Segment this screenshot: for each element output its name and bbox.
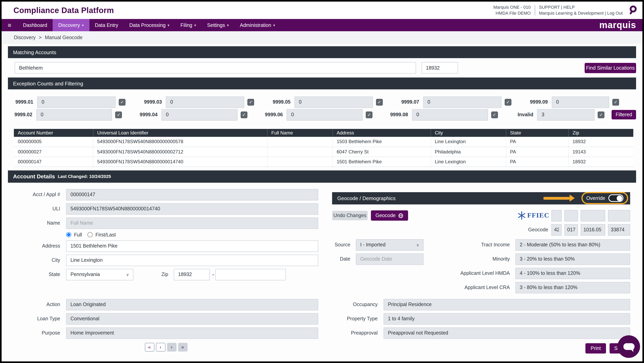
header-divider	[534, 5, 535, 15]
nav-item-discovery[interactable]: Discovery ▾	[53, 19, 89, 31]
table-row[interactable]: 000000147 5493000FN178SW540N880000001474…	[14, 157, 633, 166]
breadcrumb-page: Manual Geocode	[45, 35, 82, 40]
zip-input[interactable]	[174, 269, 210, 280]
exception-checkbox[interactable]: ✓	[241, 111, 248, 118]
invalid-checkbox[interactable]: ✓	[598, 111, 604, 118]
nav-item-dashboard[interactable]: Dashboard	[18, 19, 53, 31]
filtered-button[interactable]: Filtered	[612, 110, 636, 119]
table-row[interactable]: 000000027 5493000FN178SW540N880000000271…	[14, 147, 633, 157]
state-select[interactable]: Pennsylvania ∨	[66, 269, 134, 280]
exception-label: 9999.06	[258, 112, 283, 117]
address-input[interactable]	[66, 240, 318, 252]
last-record-button[interactable]: »	[178, 343, 188, 351]
exception-label: 9999.02	[8, 112, 32, 117]
match-city-input[interactable]	[15, 62, 416, 73]
action-label: Action	[14, 302, 60, 307]
exception-checkbox[interactable]: ✓	[116, 111, 122, 118]
occupancy-input	[384, 299, 630, 310]
city-input[interactable]	[66, 255, 318, 266]
exception-checkbox[interactable]: ✓	[366, 111, 372, 118]
address-label: Address	[14, 243, 60, 249]
geocode-tract-input	[581, 224, 605, 236]
breadcrumb-section[interactable]: Discovery	[14, 35, 36, 40]
exception-label: 9999.01	[8, 99, 33, 105]
full-name-radio[interactable]	[66, 232, 71, 237]
file-name: HMDA File DEMO	[494, 10, 530, 16]
search-icon[interactable]	[626, 4, 638, 16]
full-radio-label: Full	[74, 232, 82, 237]
nav-item-administration[interactable]: Administration ▾	[234, 19, 280, 31]
nav-item-filing[interactable]: Filing ▾	[175, 19, 202, 31]
override-toggle[interactable]	[608, 194, 624, 202]
next-record-button[interactable]: ›	[167, 343, 176, 351]
col-address: Address	[332, 129, 431, 137]
acct-appl-label: Acct / Appl #	[14, 192, 60, 197]
undo-changes-button[interactable]: Undo Changes	[332, 211, 368, 220]
zip4-input[interactable]	[216, 269, 286, 280]
exception-checkbox[interactable]: ✓	[612, 99, 619, 105]
ffiec-star-icon	[517, 211, 526, 220]
first-last-radio[interactable]	[88, 232, 92, 237]
exception-checkbox[interactable]: ✓	[248, 99, 254, 105]
name-input	[66, 217, 318, 229]
table-row[interactable]: 000000005 5493000FN178SW540N880000000057…	[14, 137, 633, 147]
geocode-demographics-panel: Geocode / Demographics Override Undo Cha…	[332, 192, 636, 353]
first-record-button[interactable]: «	[145, 343, 154, 351]
name-label: Name	[14, 220, 60, 226]
source-select[interactable]: I - Imported ∨	[356, 239, 424, 251]
print-button[interactable]: Print	[586, 343, 606, 353]
exception-count-input	[36, 109, 112, 120]
override-msa-input[interactable]	[608, 210, 630, 221]
city-label: City	[14, 257, 60, 263]
override-county-input[interactable]	[564, 210, 578, 221]
nav-item-data-processing[interactable]: Data Processing ▾	[124, 19, 175, 31]
exception-count-input	[162, 109, 237, 120]
geocode-demographics-header: Geocode / Demographics Override	[332, 192, 630, 204]
minority-label: Minority	[492, 256, 510, 262]
zip-dash: -	[212, 271, 214, 278]
exception-checkbox[interactable]: ✓	[119, 99, 126, 105]
exception-row-1: 9999.01 ✓ 9999.03 ✓ 9999.05 ✓ 9999.07 ✓ …	[8, 96, 636, 108]
date-label: Date	[332, 256, 350, 262]
exception-counts-header: Exception Counts and Filtering	[8, 77, 636, 89]
main-nav: ≡ Dashboard Discovery ▾ Data Entry Data …	[2, 19, 642, 31]
matching-accounts-table: Account Number Universal Loan Identifier…	[14, 129, 633, 167]
exception-checkbox[interactable]: ✓	[505, 99, 512, 105]
main-content: Matching Accounts Find Similar Locations…	[2, 46, 642, 353]
tract-income-label: Tract Income	[481, 242, 510, 248]
exception-label: 9999.05	[265, 99, 290, 105]
exception-grid: 9999.01 ✓ 9999.03 ✓ 9999.05 ✓ 9999.07 ✓ …	[8, 96, 636, 121]
first-last-radio-label: First/Last	[96, 232, 116, 237]
find-similar-locations-button[interactable]: Find Similar Locations	[585, 63, 636, 73]
exception-checkbox[interactable]: ✓	[376, 99, 383, 105]
exception-count-input	[166, 96, 244, 108]
chevron-down-icon: ▾	[82, 23, 84, 27]
source-label: Source	[332, 242, 350, 248]
learning-logout-links[interactable]: Marquis Learning & Development | Log Out	[539, 10, 623, 16]
hamburger-menu-icon[interactable]: ≡	[2, 19, 18, 31]
property-type-label: Property Type	[332, 316, 378, 322]
environment-name: Marquis ONE - 010	[494, 4, 530, 10]
matching-accounts-controls: Find Similar Locations	[8, 62, 636, 73]
previous-record-button[interactable]: ‹	[156, 343, 165, 351]
match-zip-input[interactable]	[422, 62, 458, 73]
nav-item-data-entry[interactable]: Data Entry	[89, 19, 124, 31]
chevron-down-icon: ▾	[194, 23, 196, 27]
account-form: Acct / Appl # ULI Name Full First/Last	[8, 182, 318, 351]
chat-widget-button[interactable]	[618, 335, 640, 358]
col-city: City	[431, 129, 506, 137]
col-zip: Zip	[568, 129, 633, 137]
geocode-button[interactable]: Geocode	[371, 210, 408, 221]
nav-item-settings[interactable]: Settings ▾	[202, 19, 234, 31]
override-state-input[interactable]	[552, 210, 562, 221]
geocode-date-input	[356, 253, 424, 265]
zip-label: Zip	[156, 272, 168, 277]
geocode-state-input	[552, 224, 562, 236]
geocode-label: Geocode	[528, 227, 548, 233]
acct-appl-input	[66, 189, 318, 200]
override-tract-input[interactable]	[581, 210, 605, 221]
account-details-body: Acct / Appl # ULI Name Full First/Last	[8, 182, 636, 353]
action-input	[66, 299, 318, 310]
exception-checkbox[interactable]: ✓	[491, 111, 498, 118]
support-help-links[interactable]: SUPPORT | HELP	[539, 4, 623, 10]
